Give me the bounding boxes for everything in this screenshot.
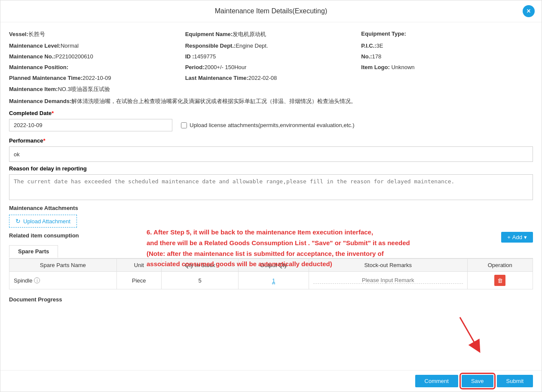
col-header-qty-in-stock: Qty In Stock bbox=[162, 259, 239, 272]
empty-info bbox=[361, 73, 533, 82]
modal-title: Maintenance Item Details(Executing) bbox=[215, 7, 327, 15]
spindle-info-icon[interactable]: i bbox=[34, 277, 40, 283]
modal-body: Vessel:长胜号 Equipment Name:发电机原动机 Equipme… bbox=[0, 22, 542, 370]
responsible-dept-info: Responsible Dept.:Engine Dept. bbox=[185, 41, 357, 50]
qty-in-stock-cell: 5 bbox=[162, 272, 239, 289]
spare-parts-table: Spare Parts Name Unit Qty In Stock Outpu… bbox=[9, 258, 533, 289]
pic-info: P.I.C.:3E bbox=[361, 41, 533, 50]
modal-footer: Comment Save Submit bbox=[0, 370, 542, 392]
completed-date-section: Completed Date* Upload license attachmen… bbox=[9, 110, 533, 131]
completed-date-input[interactable] bbox=[9, 119, 172, 131]
related-item-row: Related item consumption + Add ▾ bbox=[9, 232, 533, 243]
license-checkbox[interactable] bbox=[181, 122, 187, 128]
maintenance-no-info: Maintenance No.:P22100200610 bbox=[9, 52, 181, 61]
document-progress-label: Document Progress bbox=[9, 296, 533, 303]
period-info: Period:2000+/- 150Hour bbox=[185, 63, 357, 72]
comment-button[interactable]: Comment bbox=[415, 375, 458, 387]
col-header-operation: Operation bbox=[467, 259, 533, 272]
table-row: Spindle i Piece 5 1 🗑 bbox=[9, 272, 533, 289]
performance-section: Performance* bbox=[9, 137, 533, 162]
performance-input[interactable] bbox=[9, 146, 533, 162]
delay-reason-textarea[interactable] bbox=[9, 174, 533, 200]
unit-cell: Piece bbox=[116, 272, 161, 289]
output-qty-cell[interactable]: 1 bbox=[239, 272, 309, 289]
attachments-label: Maintenance Attachments bbox=[9, 205, 533, 211]
related-item-label: Related item consumption bbox=[9, 232, 79, 239]
remark-cell[interactable] bbox=[309, 272, 467, 289]
col-header-name: Spare Parts Name bbox=[9, 259, 117, 272]
performance-label: Performance* bbox=[9, 137, 533, 144]
col-header-output-qty: Output Qty bbox=[239, 259, 309, 272]
add-btn-label: Add bbox=[512, 234, 522, 240]
submit-button[interactable]: Submit bbox=[497, 375, 533, 387]
last-maintenance-info: Last Maintenance Time:2022-02-08 bbox=[185, 73, 357, 82]
col-header-remarks: Stock-out Remarks bbox=[309, 259, 467, 272]
vessel-info: Vessel:长胜号 bbox=[9, 29, 181, 40]
spare-name-cell: Spindle i bbox=[9, 272, 117, 289]
tab-spare-parts[interactable]: Spare Parts bbox=[9, 245, 58, 258]
close-button[interactable]: × bbox=[523, 5, 535, 17]
planned-time-info: Planned Maintenance Time:2022-10-09 bbox=[9, 73, 181, 82]
attachments-section: Maintenance Attachments ↻ Upload Attachm… bbox=[9, 205, 533, 228]
equipment-type-info: Equipment Type: bbox=[361, 29, 533, 40]
maintenance-demands-info: Maintenance Demands:解体清洗喷油嘴，在试验台上检查喷油嘴雾化… bbox=[9, 96, 533, 106]
spindle-info: Spindle i bbox=[14, 277, 112, 284]
equipment-name-info: Equipment Name:发电机原动机 bbox=[185, 29, 357, 40]
completed-date-label: Completed Date* bbox=[9, 110, 533, 116]
id-info: ID :1459775 bbox=[185, 52, 357, 61]
modal-container: Maintenance Item Details(Executing) × Ve… bbox=[0, 0, 542, 392]
license-checkbox-label[interactable]: Upload license attachments(permits,envir… bbox=[181, 122, 355, 128]
output-qty-link[interactable]: 1 bbox=[272, 277, 275, 284]
save-button[interactable]: Save bbox=[462, 375, 493, 387]
operation-cell: 🗑 bbox=[467, 272, 533, 289]
maintenance-level-info: Maintenance Level:Normal bbox=[9, 41, 181, 50]
completed-date-row: Upload license attachments(permits,envir… bbox=[9, 119, 533, 131]
plus-icon: + bbox=[507, 234, 511, 240]
no-info: No.:178 bbox=[361, 52, 533, 61]
delay-reason-label: Reason for delay in reporting bbox=[9, 165, 533, 172]
info-grid: Vessel:长胜号 Equipment Name:发电机原动机 Equipme… bbox=[9, 29, 533, 106]
remark-input[interactable] bbox=[313, 277, 463, 284]
upload-attachment-button[interactable]: ↻ Upload Attachment bbox=[9, 215, 77, 228]
upload-icon: ↻ bbox=[15, 218, 21, 225]
item-logo-info: Item Logo: Unknown bbox=[361, 63, 533, 72]
modal-header: Maintenance Item Details(Executing) × bbox=[0, 0, 542, 22]
delay-reason-section: Reason for delay in reporting bbox=[9, 165, 533, 201]
tabs-container: Spare Parts bbox=[9, 245, 533, 258]
maintenance-position-info: Maintenance Position: bbox=[9, 63, 181, 72]
delete-button[interactable]: 🗑 bbox=[494, 275, 505, 286]
maintenance-item-info: Maintenance Item:NO.3喷油器泵压试验 bbox=[9, 84, 533, 94]
add-dropdown-icon: ▾ bbox=[524, 234, 527, 240]
col-header-unit: Unit bbox=[116, 259, 161, 272]
add-button[interactable]: + Add ▾ bbox=[501, 232, 533, 243]
